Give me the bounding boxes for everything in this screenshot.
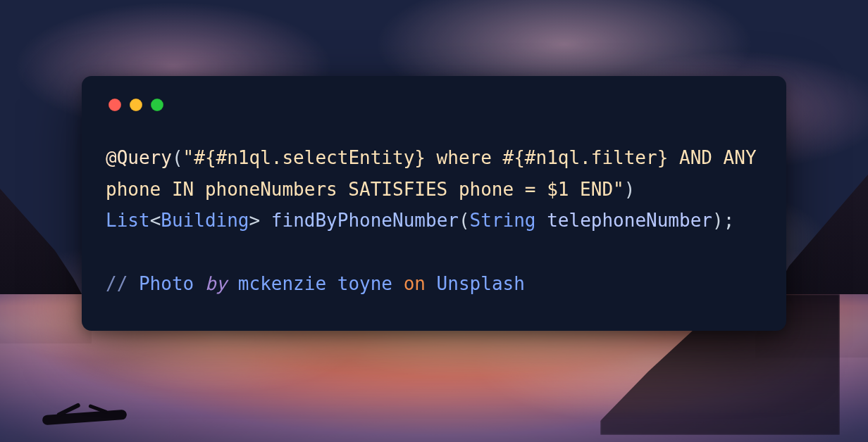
code-block: @Query("#{#n1ql.selectEntity} where #{#n…: [106, 142, 762, 300]
code-param-name: telephoneNumber: [547, 210, 712, 231]
code-param-type: String: [470, 210, 536, 231]
code-space: [635, 179, 646, 200]
code-window: @Query("#{#n1ql.selectEntity} where #{#n…: [82, 76, 786, 331]
comment-by: by: [205, 273, 227, 294]
code-mopen: (: [459, 210, 470, 231]
code-string: "#{#n1ql.selectEntity} where #{#n1ql.fil…: [106, 147, 767, 200]
comment-photo: Photo: [139, 273, 205, 294]
code-space: [260, 210, 271, 231]
code-method: findByPhoneNumber: [271, 210, 459, 231]
code-mclose: ): [712, 210, 724, 231]
window-controls: [108, 99, 762, 111]
code-paren-close: ): [624, 179, 636, 200]
code-space: [536, 210, 547, 231]
close-icon[interactable]: [108, 99, 121, 111]
comment-on: on: [404, 273, 426, 294]
code-list: List: [106, 210, 150, 231]
code-gt: >: [249, 210, 261, 231]
code-paren-open: (: [172, 147, 183, 168]
minimize-icon[interactable]: [130, 99, 142, 111]
comment-source: Unsplash: [426, 273, 525, 294]
code-lt: <: [150, 210, 161, 231]
comment-author: mckenzie toyne: [227, 273, 403, 294]
comment-slash: //: [106, 273, 139, 294]
code-semicolon: ;: [724, 210, 735, 231]
code-type: Building: [161, 210, 249, 231]
code-annotation: @Query: [106, 147, 172, 168]
maximize-icon[interactable]: [151, 99, 163, 111]
